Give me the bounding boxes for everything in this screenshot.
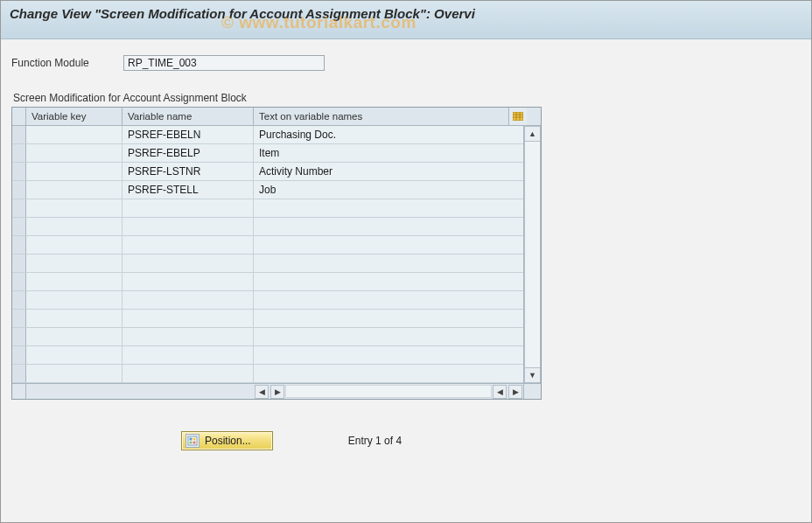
cell-variable-name[interactable]: PSREF-STELL [122, 181, 254, 199]
chevron-right-icon: ▶ [275, 387, 281, 396]
horizontal-scroll-track[interactable] [285, 385, 492, 398]
cell-text-on-variable-names[interactable] [254, 346, 509, 364]
row-selector[interactable] [12, 199, 26, 217]
cell-variable-name[interactable] [122, 365, 254, 382]
position-icon [186, 434, 200, 448]
table-row[interactable] [12, 218, 523, 236]
column-header-variable-key[interactable]: Variable key [26, 108, 122, 125]
cell-variable-name[interactable] [122, 199, 254, 217]
cell-variable-name[interactable] [122, 291, 254, 309]
cell-text-on-variable-names[interactable] [254, 199, 509, 217]
cell-variable-key[interactable] [26, 365, 122, 382]
position-button[interactable]: Position... [181, 431, 273, 450]
table-row[interactable] [12, 236, 523, 255]
cell-variable-key[interactable] [26, 218, 122, 235]
cell-variable-name[interactable] [122, 346, 254, 364]
table-row[interactable] [12, 365, 523, 383]
position-button-label: Position... [205, 435, 251, 447]
cell-text-on-variable-names[interactable]: Purchasing Doc. [254, 126, 509, 143]
scroll-right-button[interactable]: ▶ [508, 385, 522, 399]
cell-variable-name[interactable] [122, 328, 254, 345]
table-row[interactable] [12, 328, 523, 346]
row-selector[interactable] [12, 218, 26, 235]
row-selector[interactable] [12, 346, 26, 364]
scroll-left-end-button[interactable]: ◀ [493, 385, 507, 399]
cell-variable-name[interactable] [122, 255, 254, 272]
cell-variable-name[interactable] [122, 310, 254, 327]
row-selector[interactable] [12, 273, 26, 290]
cell-variable-name[interactable]: PSREF-EBELP [122, 144, 254, 162]
cell-text-on-variable-names[interactable] [254, 236, 509, 254]
column-header-variable-name[interactable]: Variable name [122, 108, 254, 125]
cell-text-on-variable-names[interactable] [254, 291, 509, 309]
svg-rect-8 [190, 442, 192, 444]
cell-text-on-variable-names[interactable] [254, 365, 509, 382]
row-selector[interactable] [12, 163, 26, 180]
table-row[interactable]: PSREF-EBELPItem [12, 144, 523, 163]
table-row[interactable]: PSREF-EBELNPurchasing Doc. [12, 126, 523, 144]
cell-variable-name[interactable]: PSREF-EBELN [122, 126, 254, 143]
vertical-scrollbar[interactable]: ▲ ▼ [523, 126, 541, 383]
cell-text-on-variable-names[interactable] [254, 328, 509, 345]
table-row[interactable] [12, 273, 523, 291]
cell-text-on-variable-names[interactable] [254, 255, 509, 272]
hscroll-gap [26, 384, 254, 399]
scroll-right-inner-button[interactable]: ▶ [270, 385, 284, 399]
cell-variable-key[interactable] [26, 144, 122, 162]
chevron-right-icon: ▶ [513, 387, 519, 396]
cell-variable-key[interactable] [26, 199, 122, 217]
svg-rect-9 [193, 442, 196, 444]
cell-variable-key[interactable] [26, 126, 122, 143]
row-selector[interactable] [12, 365, 26, 382]
cell-text-on-variable-names[interactable] [254, 218, 509, 235]
row-selector[interactable] [12, 291, 26, 309]
vertical-scroll-track[interactable] [524, 142, 541, 367]
table-row[interactable] [12, 199, 523, 218]
cell-text-on-variable-names[interactable] [254, 273, 509, 290]
function-module-input[interactable] [123, 55, 325, 71]
cell-variable-key[interactable] [26, 181, 122, 199]
cell-variable-name[interactable]: PSREF-LSTNR [122, 163, 254, 180]
cell-variable-name[interactable] [122, 218, 254, 235]
column-header-selector[interactable] [12, 108, 26, 125]
cell-variable-key[interactable] [26, 273, 122, 290]
table-row[interactable] [12, 291, 523, 310]
row-selector[interactable] [12, 181, 26, 199]
row-selector[interactable] [12, 328, 26, 345]
scroll-up-button[interactable]: ▲ [524, 126, 541, 142]
table-row[interactable] [12, 346, 523, 365]
scroll-down-button[interactable]: ▼ [524, 367, 541, 383]
cell-variable-key[interactable] [26, 236, 122, 254]
column-configure-button[interactable] [509, 108, 527, 125]
hscroll-corner-left [12, 384, 26, 399]
cell-variable-key[interactable] [26, 255, 122, 272]
chevron-up-icon: ▲ [528, 129, 536, 138]
cell-variable-key[interactable] [26, 346, 122, 364]
cell-text-on-variable-names[interactable]: Item [254, 144, 509, 162]
column-header-text-on-variable-names[interactable]: Text on variable names [254, 108, 509, 125]
table-row[interactable] [12, 310, 523, 328]
cell-text-on-variable-names[interactable] [254, 310, 509, 327]
row-selector[interactable] [12, 310, 26, 327]
scroll-left-button[interactable]: ◀ [255, 385, 269, 399]
table-row[interactable] [12, 255, 523, 273]
table-row[interactable]: PSREF-LSTNRActivity Number [12, 163, 523, 181]
function-module-label: Function Module [11, 57, 116, 69]
footer-row: Position... Entry 1 of 4 [181, 431, 801, 450]
row-selector[interactable] [12, 255, 26, 272]
cell-variable-key[interactable] [26, 310, 122, 327]
cell-variable-key[interactable] [26, 291, 122, 309]
cell-variable-key[interactable] [26, 328, 122, 345]
table-title: Screen Modification for Account Assignme… [13, 92, 801, 104]
cell-variable-key[interactable] [26, 163, 122, 180]
cell-variable-name[interactable] [122, 273, 254, 290]
table-row[interactable]: PSREF-STELLJob [12, 181, 523, 199]
row-selector[interactable] [12, 236, 26, 254]
chevron-left-icon: ◀ [259, 387, 265, 396]
hscroll-corner-right [523, 384, 541, 399]
cell-text-on-variable-names[interactable]: Activity Number [254, 163, 509, 180]
cell-variable-name[interactable] [122, 236, 254, 254]
row-selector[interactable] [12, 144, 26, 162]
cell-text-on-variable-names[interactable]: Job [254, 181, 509, 199]
row-selector[interactable] [12, 126, 26, 143]
